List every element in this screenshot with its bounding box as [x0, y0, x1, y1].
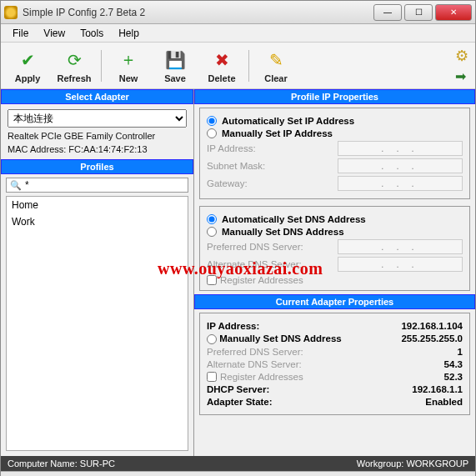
curr-ip-value: 192.168.1.104 — [401, 321, 463, 331]
auto-dns-label: Automatically Set DNS Address — [222, 214, 366, 224]
curr-gw-tail: 1 — [458, 347, 463, 357]
list-item[interactable]: Work — [7, 213, 188, 230]
menu-file[interactable]: File — [6, 26, 35, 41]
save-icon: 💾 — [163, 48, 187, 72]
mac-address: MAC Address: FC:AA:14:74:F2:13 — [8, 144, 187, 154]
manual-ip-label: Manually Set IP Address — [222, 128, 333, 138]
curr-manual-dns: Manually Set DNS Address — [207, 333, 342, 344]
adapter-select[interactable]: 本地连接 — [8, 109, 187, 128]
search-icon: 🔍 — [10, 180, 22, 191]
pref-dns-field[interactable]: . . . — [338, 239, 463, 254]
alt-dns-field[interactable]: . . . — [338, 257, 463, 272]
adapter-description: Realtek PCIe GBE Family Controller — [8, 131, 187, 141]
menubar: File View Tools Help — [1, 24, 475, 43]
ip-address-label: IP Address: — [207, 143, 256, 153]
plus-icon: ＋ — [117, 48, 140, 72]
save-button[interactable]: 💾Save — [155, 48, 195, 83]
statusbar: Computer Name: SUR-PC Workgroup: WORKGRO… — [1, 456, 475, 471]
curr-alt-dns-label: Alternate DNS Server: — [207, 359, 302, 369]
dhcp-value: 192.168.1.1 — [412, 384, 463, 394]
profiles-list[interactable]: Home Work — [6, 196, 188, 451]
manual-ip-radio[interactable] — [207, 128, 217, 138]
subnet-label: Subnet Mask: — [207, 161, 265, 171]
dns-properties-box: Automatically Set DNS Address Manually S… — [199, 206, 470, 291]
register-label: Register Addresses — [220, 275, 303, 285]
dhcp-label: DHCP Server: — [207, 384, 269, 394]
main-content: Select Adapter 本地连接 Realtek PCIe GBE Fam… — [1, 89, 475, 456]
apply-button[interactable]: ✔Apply — [8, 48, 48, 83]
maximize-button[interactable]: ☐ — [404, 4, 433, 21]
minimize-button[interactable]: — — [373, 4, 402, 21]
manual-dns-label: Manually Set DNS Address — [222, 227, 344, 237]
computer-name: Computer Name: SUR-PC — [8, 458, 115, 468]
clear-icon: ✎ — [264, 48, 288, 72]
state-label: Adapter State: — [207, 397, 273, 407]
menu-view[interactable]: View — [37, 26, 72, 41]
profile-search[interactable]: 🔍 — [6, 178, 188, 193]
titlebar: Simple IP Config 2.7 Beta 2 — ☐ ✕ — [1, 1, 475, 24]
gateway-label: Gateway: — [207, 178, 248, 188]
search-input[interactable] — [25, 179, 184, 191]
auto-ip-label: Automatically Set IP Address — [222, 116, 354, 126]
profiles-header: Profiles — [1, 159, 193, 174]
separator — [101, 50, 102, 82]
curr-register-label: Register Addresses — [220, 372, 303, 382]
readybar: Ready — [1, 471, 475, 476]
app-icon — [4, 6, 18, 19]
current-adapter-header: Current Adapter Properties — [194, 294, 475, 309]
curr-pref-tail: 54.3 — [444, 359, 463, 369]
pref-dns-label: Preferred DNS Server: — [207, 242, 303, 252]
window-title: Simple IP Config 2.7 Beta 2 — [23, 7, 373, 18]
curr-alt-tail: 52.3 — [444, 372, 463, 382]
profile-ip-header: Profile IP Properties — [194, 89, 475, 104]
workgroup-name: Workgroup: WORKGROUP — [357, 458, 468, 468]
menu-tools[interactable]: Tools — [73, 26, 110, 41]
app-window: Simple IP Config 2.7 Beta 2 — ☐ ✕ File V… — [0, 0, 476, 476]
ip-properties-box: Automatically Set IP Address Manually Se… — [199, 108, 470, 199]
delete-icon: ✖ — [210, 48, 233, 72]
state-value: Enabled — [425, 397, 463, 407]
gateway-field[interactable]: . . . — [338, 176, 463, 191]
curr-register-checkbox[interactable] — [207, 372, 217, 382]
delete-button[interactable]: ✖Delete — [202, 48, 242, 83]
new-button[interactable]: ＋New — [108, 48, 148, 83]
curr-subnet-value: 255.255.255.0 — [401, 333, 463, 343]
clear-button[interactable]: ✎Clear — [256, 48, 296, 83]
alt-dns-label: Alternate DNS Server: — [207, 259, 302, 269]
subnet-field[interactable]: . . . — [338, 158, 463, 173]
refresh-icon: ⟳ — [63, 48, 86, 72]
current-adapter-box: IP Address:192.168.1.104 Manually Set DN… — [199, 313, 470, 415]
auto-ip-radio[interactable] — [207, 116, 217, 126]
refresh-button[interactable]: ⟳Refresh — [54, 48, 94, 83]
register-checkbox[interactable] — [207, 275, 217, 285]
manual-dns-radio[interactable] — [207, 227, 217, 237]
auto-dns-radio[interactable] — [207, 214, 217, 224]
ip-address-field[interactable]: . . . — [338, 141, 463, 156]
checkmark-icon: ✔ — [16, 48, 39, 72]
arrow-right-icon[interactable]: ➡ — [455, 68, 468, 84]
select-adapter-header: Select Adapter — [1, 89, 193, 104]
curr-ip-label: IP Address: — [207, 321, 259, 331]
close-button[interactable]: ✕ — [435, 4, 472, 21]
list-item[interactable]: Home — [7, 197, 188, 213]
gear-icon[interactable]: ⚙ — [455, 47, 468, 65]
separator — [248, 50, 249, 82]
toolbar: ✔Apply ⟳Refresh ＋New 💾Save ✖Delete ✎Clea… — [1, 43, 475, 89]
curr-pref-dns-label: Preferred DNS Server: — [207, 347, 303, 357]
menu-help[interactable]: Help — [112, 26, 146, 41]
